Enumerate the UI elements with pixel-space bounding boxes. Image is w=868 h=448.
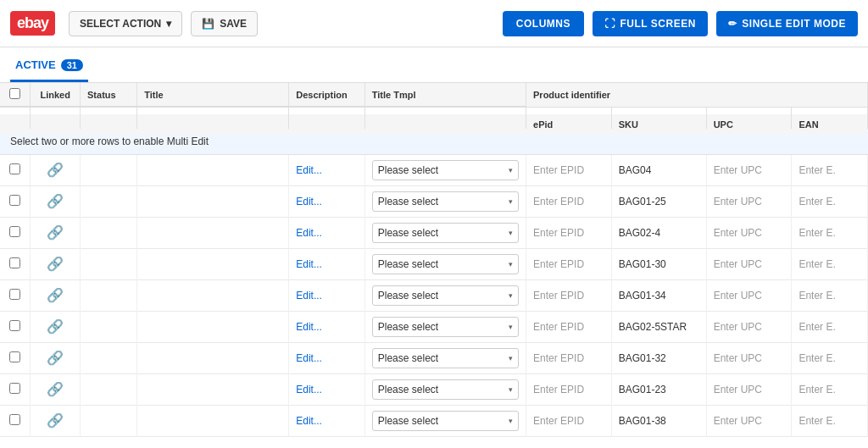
table-row: 🔗 Edit... Please select ▾ Enter EPID BAG… (0, 154, 868, 185)
row-tmpl-cell: Please select ▾ (364, 311, 526, 342)
main-header-row: Linked Status Title Description Title Tm… (0, 83, 868, 107)
epid-placeholder: Enter EPID (533, 384, 584, 395)
please-select-dropdown[interactable]: Please select ▾ (372, 254, 519, 274)
link-icon: 🔗 (47, 194, 64, 208)
table-row: 🔗 Edit... Please select ▾ Enter EPID BAG… (0, 217, 868, 248)
please-select-text: Please select (378, 415, 438, 427)
row-linked-cell: 🔗 (31, 185, 81, 217)
sub-header-status (81, 113, 137, 135)
header-upc: UPC (706, 113, 792, 135)
epid-placeholder: Enter EPID (533, 227, 584, 239)
row-status-cell (81, 373, 137, 405)
upc-placeholder: Enter UPC (714, 415, 762, 427)
row-checkbox[interactable] (9, 257, 20, 268)
row-desc-cell: Edit... (289, 405, 365, 436)
row-checkbox[interactable] (9, 195, 20, 206)
sku-value: BAG02-4 (619, 227, 660, 239)
row-desc-cell: Edit... (289, 154, 365, 185)
edit-link[interactable]: Edit... (296, 415, 322, 427)
row-upc-cell: Enter UPC (706, 405, 792, 436)
row-ean-cell: Enter E. (792, 311, 868, 342)
select-all-checkbox[interactable] (9, 88, 20, 99)
header-product-identifier: Product identifier (526, 83, 868, 107)
table-row: 🔗 Edit... Please select ▾ Enter EPID BAG… (0, 342, 868, 373)
upc-placeholder: Enter UPC (714, 196, 762, 207)
edit-link[interactable]: Edit... (296, 164, 322, 176)
please-select-dropdown[interactable]: Please select ▾ (372, 317, 519, 337)
fullscreen-button[interactable]: ⛶ FULL SCREEN (593, 11, 708, 36)
select-action-button[interactable]: SELECT ACTION ▾ (69, 11, 182, 36)
edit-link[interactable]: Edit... (296, 196, 322, 207)
row-ean-cell: Enter E. (792, 248, 868, 279)
chevron-down-icon: ▾ (509, 291, 513, 300)
row-epid-cell: Enter EPID (526, 248, 612, 279)
header-title-tmpl: Title Tmpl (364, 83, 526, 107)
edit-link[interactable]: Edit... (296, 227, 322, 239)
link-icon: 🔗 (47, 163, 64, 177)
row-tmpl-cell: Please select ▾ (364, 373, 526, 405)
sub-header-desc (289, 113, 365, 135)
row-title-cell (137, 311, 289, 342)
upc-placeholder: Enter UPC (714, 321, 762, 333)
upc-placeholder: Enter UPC (714, 290, 762, 301)
please-select-dropdown[interactable]: Please select ▾ (372, 191, 519, 212)
save-button[interactable]: 💾 SAVE (191, 11, 258, 36)
single-edit-button[interactable]: ✏ SINGLE EDIT MODE (716, 11, 858, 36)
ean-placeholder: Enter E. (798, 258, 835, 270)
sub-header-row: ePid SKU UPC EAN (0, 107, 868, 128)
ean-placeholder: Enter E. (798, 384, 835, 395)
please-select-dropdown[interactable]: Please select ▾ (372, 285, 519, 306)
row-upc-cell: Enter UPC (706, 373, 792, 405)
row-upc-cell: Enter UPC (706, 311, 792, 342)
row-desc-cell: Edit... (289, 185, 365, 217)
sku-value: BAG01-30 (619, 258, 666, 270)
ean-placeholder: Enter E. (798, 352, 835, 364)
table-wrapper: Linked Status Title Description Title Tm… (0, 83, 868, 448)
edit-link[interactable]: Edit... (296, 258, 322, 270)
row-checkbox[interactable] (9, 226, 20, 237)
link-icon: 🔗 (47, 257, 64, 271)
sub-header-title (137, 113, 289, 135)
columns-button[interactable]: COLUMNS (503, 11, 584, 36)
row-checkbox-cell (0, 311, 31, 342)
tab-active[interactable]: ACTIVE 31 (10, 50, 88, 82)
ean-placeholder: Enter E. (798, 227, 835, 239)
epid-placeholder: Enter EPID (533, 352, 584, 364)
pencil-icon: ✏ (728, 18, 737, 30)
row-checkbox[interactable] (9, 320, 20, 331)
please-select-dropdown[interactable]: Please select ▾ (372, 411, 519, 431)
table-row: 🔗 Edit... Please select ▾ Enter EPID BAG… (0, 311, 868, 342)
please-select-dropdown[interactable]: Please select ▾ (372, 348, 519, 368)
row-checkbox[interactable] (9, 289, 20, 300)
row-checkbox[interactable] (9, 383, 20, 394)
header-linked: Linked (31, 83, 81, 107)
edit-link[interactable]: Edit... (296, 384, 322, 395)
row-title-cell (137, 373, 289, 405)
please-select-dropdown[interactable]: Please select ▾ (372, 160, 519, 180)
please-select-dropdown[interactable]: Please select ▾ (372, 223, 519, 243)
row-checkbox[interactable] (9, 351, 20, 362)
edit-link[interactable]: Edit... (296, 290, 322, 301)
row-linked-cell: 🔗 (31, 342, 81, 373)
row-status-cell (81, 342, 137, 373)
upc-placeholder: Enter UPC (714, 384, 762, 395)
row-checkbox-cell (0, 185, 31, 217)
edit-link[interactable]: Edit... (296, 321, 322, 333)
chevron-down-icon: ▾ (509, 385, 513, 394)
row-epid-cell: Enter EPID (526, 342, 612, 373)
row-linked-cell: 🔗 (31, 248, 81, 279)
row-checkbox-cell (0, 279, 31, 311)
link-icon: 🔗 (47, 319, 64, 334)
epid-placeholder: Enter EPID (533, 164, 584, 176)
row-checkbox-cell (0, 405, 31, 436)
edit-link[interactable]: Edit... (296, 352, 322, 364)
epid-placeholder: Enter EPID (533, 290, 584, 301)
please-select-dropdown[interactable]: Please select ▾ (372, 379, 519, 400)
row-checkbox[interactable] (9, 414, 20, 425)
row-status-cell (81, 311, 137, 342)
row-status-cell (81, 217, 137, 248)
row-checkbox[interactable] (9, 163, 20, 174)
upc-placeholder: Enter UPC (714, 227, 762, 239)
row-sku-cell: BAG01-30 (611, 248, 706, 279)
single-edit-label: SINGLE EDIT MODE (742, 18, 846, 30)
